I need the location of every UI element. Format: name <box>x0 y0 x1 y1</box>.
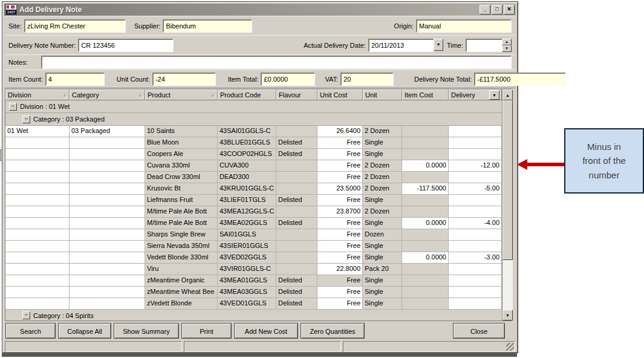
collapse-all-button[interactable]: Collapse All <box>58 323 111 339</box>
resize-grip[interactable] <box>506 343 514 351</box>
grid-cell-product[interactable]: Liefmanns Fruit <box>145 195 218 206</box>
column-header-category[interactable]: Category ▲ <box>70 90 145 100</box>
column-chooser-dropdown-icon[interactable]: ▼ <box>489 90 499 100</box>
search-button[interactable]: Search <box>5 323 56 339</box>
grid-cell-category[interactable] <box>70 218 145 229</box>
grid-cell-division[interactable] <box>5 241 70 252</box>
title-bar[interactable]: 3407 Add Delivery Note _ □ ✕ <box>4 4 516 16</box>
grid-cell-category[interactable] <box>70 160 145 172</box>
grid-cell-delivery[interactable]: -5.00 <box>449 183 502 195</box>
grid-cell-product[interactable]: zVedett Blonde <box>145 298 218 310</box>
zero-quantities-button[interactable]: Zero Quantities <box>301 323 365 339</box>
column-header-division[interactable]: Division ▲ <box>5 90 70 100</box>
column-header-unit[interactable]: Unit <box>363 90 402 100</box>
grid-cell-category[interactable] <box>70 195 145 206</box>
grid-cell-category[interactable] <box>70 241 145 252</box>
grid-cell-category[interactable] <box>70 137 145 149</box>
grid-cell-division[interactable] <box>5 160 70 172</box>
grid-cell-category[interactable] <box>70 252 145 264</box>
grid-cell-flavour[interactable]: Delisted <box>276 275 317 287</box>
grid-cell-division[interactable] <box>5 206 70 218</box>
delivery-note-total-field[interactable] <box>474 73 566 86</box>
grid-cell-unit_cost[interactable]: Free <box>317 298 363 310</box>
grid-cell-unit_cost[interactable]: Free <box>317 149 363 160</box>
grid-cell-division[interactable] <box>5 137 70 149</box>
scroll-down-icon[interactable]: ▼ <box>503 310 513 321</box>
grid-cell-unit_cost[interactable]: 22.8000 <box>317 264 363 275</box>
grid-cell-delivery[interactable] <box>449 206 502 218</box>
grid-cell-unit[interactable]: Single <box>363 287 402 298</box>
grid-cell-unit_cost[interactable]: 23.8700 <box>317 206 363 218</box>
grid-cell-division[interactable] <box>5 183 70 195</box>
grid-cell-delivery[interactable] <box>449 172 502 183</box>
grid-cell-category[interactable] <box>70 206 145 218</box>
grid-cell-delivery[interactable] <box>449 298 502 310</box>
grid-cell-unit_cost[interactable]: Free <box>317 195 363 206</box>
grid-cell-item_cost[interactable]: 0.0000 <box>402 160 449 172</box>
grid-cell-product[interactable]: M/time Pale Ale Bott <box>145 218 218 229</box>
grid-cell-item_cost[interactable]: -117.5000 <box>402 183 449 195</box>
grid-cell-delivery[interactable] <box>449 137 502 149</box>
grid-cell-division[interactable] <box>5 298 70 310</box>
grid-cell-product_code[interactable]: 43VIR01GGLS-C <box>218 264 276 275</box>
collapse-icon[interactable]: − <box>22 311 30 319</box>
grid-cell-category[interactable] <box>70 172 145 183</box>
grid-cell-flavour[interactable] <box>276 183 317 195</box>
grid-cell-flavour[interactable]: Delisted <box>276 287 317 298</box>
grid-cell-unit[interactable]: 2 Dozen <box>363 172 402 183</box>
grid-cell-flavour[interactable] <box>276 126 317 137</box>
column-header-flavour[interactable]: Flavour <box>276 90 317 100</box>
grid-cell-unit[interactable]: Single <box>363 218 402 229</box>
grid-cell-division[interactable] <box>5 287 70 298</box>
item-total-field[interactable] <box>261 73 315 86</box>
grid-cell-product_code[interactable]: CUVA300 <box>218 160 276 172</box>
grid-cell-unit[interactable]: 2 Dozen <box>363 183 402 195</box>
site-field[interactable] <box>24 19 126 33</box>
grid-cell-delivery[interactable] <box>449 229 502 241</box>
grid-cell-item_cost[interactable] <box>402 287 449 298</box>
grid-cell-division[interactable] <box>5 275 70 287</box>
grid-cell-category[interactable] <box>70 264 145 275</box>
grid-cell-item_cost[interactable] <box>402 241 449 252</box>
grid-cell-product[interactable]: Blue Moon <box>145 137 218 149</box>
grid-cell-flavour[interactable]: Delisted <box>276 298 317 310</box>
grid-cell-unit[interactable]: 2 Dozen <box>363 160 402 172</box>
grid-cell-product_code[interactable]: 43KRU01GGLS-C <box>218 183 276 195</box>
grid-cell-category[interactable]: 03 Packaged <box>70 126 145 137</box>
grid-cell-category[interactable] <box>70 149 145 160</box>
grid-cell-unit_cost[interactable]: Free <box>317 252 363 264</box>
grid-cell-unit_cost[interactable]: Free <box>317 229 363 241</box>
grid-cell-unit[interactable]: Single <box>363 252 402 264</box>
grid-cell-product_code[interactable]: 43VED02GGLS <box>218 252 276 264</box>
grid-cell-item_cost[interactable] <box>402 298 449 310</box>
grid-cell-product_code[interactable]: 43SIER01GGLS <box>218 241 276 252</box>
grid-cell-unit[interactable]: Single <box>363 149 402 160</box>
grid-cell-division[interactable]: 01 Wet <box>5 126 70 137</box>
grid-cell-unit[interactable]: Single <box>363 137 402 149</box>
grid-cell-unit[interactable]: Dozen <box>363 229 402 241</box>
notes-field[interactable] <box>41 56 512 69</box>
grid-cell-product[interactable]: Dead Crow 330ml <box>145 172 218 183</box>
grid-cell-product_code[interactable]: SAI01GGLS <box>218 229 276 241</box>
delivery-note-number-field[interactable] <box>78 39 174 52</box>
grid-cell-item_cost[interactable]: 0.0000 <box>402 252 449 264</box>
grid-cell-division[interactable] <box>5 195 70 206</box>
add-new-cost-button[interactable]: Add New Cost <box>234 323 298 339</box>
grid-cell-product[interactable]: Sharps Single Brew <box>145 229 218 241</box>
grid-cell-delivery[interactable]: -4.00 <box>449 218 502 229</box>
grid-cell-unit_cost[interactable]: Free <box>317 172 363 183</box>
grid-cell-delivery[interactable]: -12.00 <box>449 160 502 172</box>
grid-cell-category[interactable] <box>70 275 145 287</box>
grid-cell-delivery[interactable] <box>449 241 502 252</box>
grid-cell-delivery[interactable] <box>449 287 502 298</box>
grid-cell-item_cost[interactable] <box>402 195 449 206</box>
grid-cell-unit_cost[interactable]: 26.6400 <box>317 126 363 137</box>
grid-cell-unit[interactable]: Single <box>363 195 402 206</box>
scrollbar-thumb[interactable] <box>503 100 513 260</box>
grid-cell-unit[interactable]: 2 Dozen <box>363 126 402 137</box>
grid-cell-product_code[interactable]: 43SAI01GGLS-C <box>218 126 276 137</box>
grid-cell-division[interactable] <box>5 264 70 275</box>
grid-cell-item_cost[interactable] <box>402 137 449 149</box>
grid-cell-unit_cost[interactable]: 23.5000 <box>317 183 363 195</box>
grid-cell-item_cost[interactable] <box>402 264 449 275</box>
